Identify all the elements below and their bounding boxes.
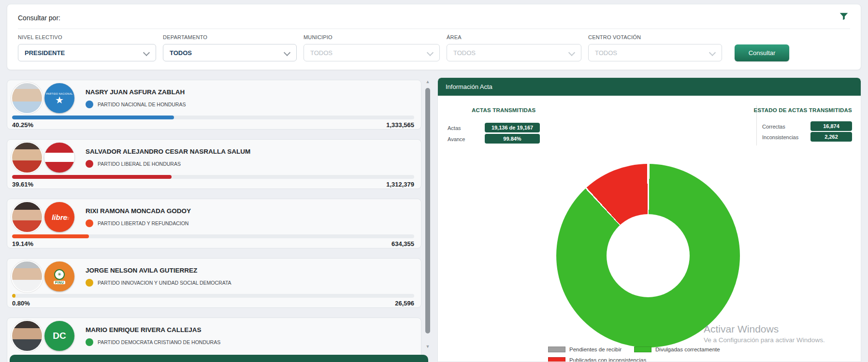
vote-count: 1,312,379 bbox=[386, 181, 414, 188]
next-section-header-bar bbox=[10, 355, 428, 362]
vote-progress-track bbox=[12, 294, 414, 298]
party-name: PARTIDO DEMOCRATA CRISTIANO DE HONDURAS bbox=[98, 339, 220, 345]
avance-value-badge: 99.84% bbox=[485, 134, 540, 144]
vote-count: 26,596 bbox=[395, 300, 414, 307]
candidate-card-nasralla[interactable]: SALVADOR ALEJANDRO CESAR NASRALLA SALUM … bbox=[7, 139, 421, 189]
vote-progress-track bbox=[12, 116, 414, 119]
candidate-photo bbox=[12, 321, 42, 351]
vote-count: 634,355 bbox=[391, 240, 414, 247]
candidate-name: NASRY JUAN ASFURA ZABLAH bbox=[86, 88, 186, 96]
party-logo-libre: libre ☆ bbox=[44, 202, 74, 232]
watermark-line1: Activar Windows bbox=[704, 323, 825, 335]
legend-swatch bbox=[634, 347, 651, 352]
estado-actas-heading: ESTADO DE ACTAS TRANSMITIDAS bbox=[754, 107, 852, 113]
candidate-card-avila[interactable]: ✳ PINU JORGE NELSON AVILA GUTIERREZ PART… bbox=[7, 258, 421, 308]
chevron-down-icon bbox=[568, 49, 575, 56]
filter-row: NIVEL ELECTIVO PRESIDENTE DEPARTAMENTO T… bbox=[18, 34, 789, 61]
consultar-button[interactable]: Consultar bbox=[735, 44, 789, 61]
candidates-scrollbar[interactable]: ▲ ▼ bbox=[424, 78, 431, 356]
scroll-down-icon[interactable]: ▼ bbox=[424, 343, 431, 350]
filter-label-nivel-electivo: NIVEL ELECTIVO bbox=[18, 34, 156, 40]
vote-progress-fill bbox=[12, 234, 89, 238]
chevron-down-icon bbox=[284, 49, 290, 56]
legend-item-pendientes: Pendientes de recibir bbox=[548, 347, 622, 352]
party-name: PARTIDO LIBERAL DE HONDURAS bbox=[98, 161, 181, 167]
party-color-dot bbox=[86, 219, 93, 227]
select-departamento[interactable]: TODOS bbox=[163, 44, 297, 61]
filter-panel-title: Consultar por: bbox=[18, 14, 60, 22]
filter-icon[interactable] bbox=[839, 11, 849, 22]
vote-percent: 39.61% bbox=[12, 181, 33, 188]
vote-progress-track bbox=[12, 175, 414, 179]
party-logo-text: PINU bbox=[54, 281, 66, 284]
informacion-acta-panel: Información Acta ACTAS TRANSMITIDAS Acta… bbox=[437, 77, 861, 362]
star-icon: ☆ bbox=[66, 216, 70, 221]
select-departamento-value: TODOS bbox=[170, 49, 192, 57]
vote-progress-fill bbox=[12, 175, 172, 179]
actas-donut-chart bbox=[556, 164, 740, 348]
watermark-line2: Ve a Configuración para activar Windows. bbox=[704, 336, 825, 344]
chart-legend: Pendientes de recibir Divulgadas correct… bbox=[548, 347, 790, 362]
filter-panel: Consultar por: NIVEL ELECTIVO PRESIDENTE… bbox=[7, 4, 861, 70]
vote-progress-fill bbox=[12, 294, 15, 298]
candidate-name: RIXI RAMONA MONCADA GODOY bbox=[86, 207, 191, 215]
candidates-panel: PARTIDO NACIONAL ★ NASRY JUAN ASFURA ZAB… bbox=[7, 77, 431, 362]
avance-label: Avance bbox=[448, 136, 465, 142]
vote-percent: 40.25% bbox=[12, 121, 33, 129]
legend-item-publicadas: Publicadas con inconsistencias bbox=[548, 357, 646, 362]
windows-activation-watermark: Activar Windows Ve a Configuración para … bbox=[704, 323, 825, 344]
actas-transmitidas-heading: ACTAS TRANSMITIDAS bbox=[472, 107, 535, 113]
select-municipio-value: TODOS bbox=[310, 49, 333, 57]
candidates-list: PARTIDO NACIONAL ★ NASRY JUAN ASFURA ZAB… bbox=[7, 80, 421, 362]
legend-label: Publicadas con inconsistencias bbox=[569, 357, 646, 362]
filter-label-centro-votacion: CENTRO VOTACIÓN bbox=[588, 34, 722, 40]
select-centro-votacion-value: TODOS bbox=[595, 49, 617, 57]
correctas-value-badge: 16,874 bbox=[810, 121, 852, 131]
party-logo-text: DC bbox=[53, 331, 66, 341]
party-logo-text: libre bbox=[52, 213, 67, 221]
vote-count: 1,333,565 bbox=[386, 121, 414, 129]
select-municipio: TODOS bbox=[304, 44, 440, 61]
legend-swatch bbox=[548, 347, 565, 352]
legend-swatch bbox=[548, 357, 565, 362]
candidate-name: MARIO ENRIQUE RIVERA CALLEJAS bbox=[86, 326, 220, 333]
candidate-card-moncada[interactable]: libre ☆ RIXI RAMONA MONCADA GODOY PARTID… bbox=[7, 199, 421, 248]
legend-label: Divulgadas correctamente bbox=[655, 347, 720, 352]
vote-progress-track bbox=[12, 234, 414, 238]
party-logo-partido-liberal bbox=[44, 143, 74, 173]
party-logo-partido-nacional: PARTIDO NACIONAL ★ bbox=[44, 83, 74, 113]
candidate-name: SALVADOR ALEJANDRO CESAR NASRALLA SALUM bbox=[86, 148, 250, 155]
select-area: TODOS bbox=[447, 44, 581, 61]
party-color-dot bbox=[86, 101, 93, 108]
party-color-dot bbox=[86, 338, 93, 346]
legend-label: Pendientes de recibir bbox=[569, 347, 622, 352]
scrollbar-thumb[interactable] bbox=[425, 88, 430, 333]
party-color-dot bbox=[86, 279, 93, 287]
party-name: PARTIDO LIBERTAD Y REFUNDACION bbox=[98, 220, 188, 226]
select-nivel-electivo-value: PRESIDENTE bbox=[25, 49, 65, 57]
select-area-value: TODOS bbox=[453, 49, 476, 57]
inconsistencias-value-badge: 2,262 bbox=[810, 132, 852, 142]
party-logo-pinu: ✳ PINU bbox=[44, 261, 74, 291]
select-centro-votacion: TODOS bbox=[588, 44, 722, 61]
vote-percent: 0.80% bbox=[12, 300, 30, 307]
select-nivel-electivo[interactable]: PRESIDENTE bbox=[18, 44, 156, 61]
scroll-up-icon[interactable]: ▲ bbox=[424, 78, 431, 85]
panel-title: Información Acta bbox=[446, 83, 492, 90]
filter-label-municipio: MUNICIPIO bbox=[304, 34, 440, 40]
divider bbox=[18, 29, 850, 29]
party-color-dot bbox=[86, 160, 93, 168]
vote-progress-fill bbox=[12, 116, 174, 119]
candidate-photo bbox=[12, 143, 42, 173]
candidate-photo bbox=[12, 202, 42, 232]
panel-header: Información Acta bbox=[438, 78, 861, 96]
party-name: PARTIDO NACIONAL DE HONDURAS bbox=[98, 101, 186, 107]
candidate-card-asfura[interactable]: PARTIDO NACIONAL ★ NASRY JUAN ASFURA ZAB… bbox=[7, 80, 421, 130]
party-name: PARTIDO INNOVACION Y UNIDAD SOCIAL DEMOC… bbox=[98, 280, 231, 286]
inconsistencias-label: Inconsistencias bbox=[762, 134, 798, 140]
chevron-down-icon bbox=[143, 49, 150, 56]
legend-item-divulgadas: Divulgadas correctamente bbox=[634, 347, 720, 352]
candidate-photo bbox=[12, 261, 42, 291]
pinu-emblem-icon: ✳ bbox=[54, 269, 65, 280]
actas-label: Actas bbox=[448, 125, 461, 131]
